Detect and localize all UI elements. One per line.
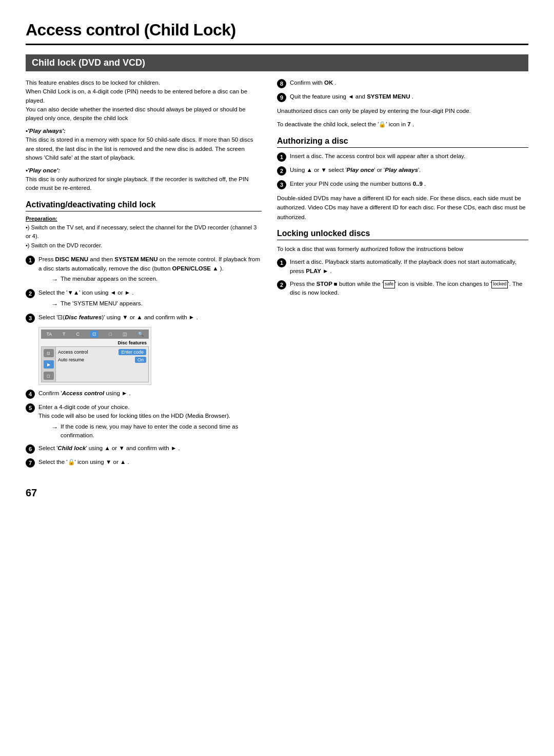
- lock-step-1-content: Insert a disc. Playback starts automatic…: [290, 258, 528, 276]
- step-5-num: 5: [26, 403, 35, 413]
- menu-icon-mag: 🔍: [138, 332, 144, 337]
- menu-disc-features-label: Disc features: [41, 340, 147, 345]
- menu-rows: Access control Enter code Auto resume On: [56, 347, 148, 382]
- step-5-arrow: → If the code is new, you may have to en…: [51, 422, 262, 440]
- step-5-content: Enter a 4-digit code of your choice. Thi…: [38, 403, 262, 440]
- locking-header: Locking unlocked discs: [277, 229, 528, 240]
- auth-step-2: 2 Using ▲ or ▼ select 'Play once' or 'Pl…: [277, 166, 528, 176]
- childlock-section-header: Child lock (DVD and VCD): [26, 54, 528, 71]
- step-1-arrow-text: The menubar appears on the screen.: [61, 275, 157, 283]
- prep-item-1: •) Switch on the TV set, and if necessar…: [26, 223, 262, 241]
- step-7-num: 7: [26, 458, 35, 468]
- step-3-content: Select '⊡(Disc features)' using ▼ or ▲ a…: [38, 313, 262, 322]
- auth-header: Authorizing a disc: [277, 137, 528, 148]
- step-4-num: 4: [26, 390, 35, 399]
- auth-step-3: 3 Enter your PIN code using the number b…: [277, 180, 528, 189]
- step-9-content: Quit the feature using ◄ and SYSTEM MENU…: [290, 92, 528, 101]
- menu-bar: TA T C ⊡ □ ◫ 🔍: [41, 329, 149, 339]
- menu-left-icon-1: ⊡: [44, 349, 54, 357]
- note-1: Unauthorized discs can only be played by…: [277, 106, 528, 115]
- menu-icon-sq2: ◫: [123, 332, 127, 337]
- step-8-content: Confirm with OK .: [290, 79, 528, 87]
- step-2-arrow-text: The 'SYSTEM MENU' appears.: [61, 299, 143, 308]
- step-2: 2 Select the '▼▲' icon using ◄ or ► . → …: [26, 288, 262, 309]
- page-title: Access control (Child Lock): [26, 21, 528, 40]
- locked-icon: locked: [491, 280, 508, 288]
- title-divider: [26, 44, 528, 45]
- auth-step-3-content: Enter your PIN code using the number but…: [290, 180, 528, 188]
- step-7: 7 Select the '🔒' icon using ▼ or ▲ .: [26, 458, 262, 468]
- menu-row1-right: Enter code: [118, 349, 146, 355]
- step-6: 6 Select 'Child lock' using ▲ or ▼ and c…: [26, 444, 262, 454]
- menu-left-icon-2: ▶: [44, 360, 54, 369]
- lock-step-1-num: 1: [277, 258, 286, 267]
- menu-row-2: Auto resume On: [58, 357, 146, 363]
- step-6-num: 6: [26, 444, 35, 454]
- step-9-num: 9: [277, 93, 286, 102]
- step-8-num: 8: [277, 79, 286, 88]
- play-always-body: This disc is stored in a memory with spa…: [26, 135, 262, 162]
- play-once-label: •'Play once':: [26, 167, 262, 173]
- step-8: 8 Confirm with OK .: [277, 79, 528, 88]
- intro-para-1: This feature enables discs to be locked …: [26, 79, 262, 123]
- menu-left-icon-3: ◻: [44, 372, 54, 380]
- prep-label: Preparation:: [26, 216, 262, 222]
- step-4-content: Confirm 'Access control using ► .: [38, 389, 262, 398]
- step-6-content: Select 'Child lock' using ▲ or ▼ and con…: [38, 444, 262, 453]
- menu-content: ⊡ ▶ ◻ Access control Enter code Auto res…: [41, 346, 149, 382]
- step-3: 3 Select '⊡(Disc features)' using ▼ or ▲…: [26, 313, 262, 323]
- step-2-num: 2: [26, 289, 35, 298]
- auth-step-1: 1 Insert a disc. The access control box …: [277, 152, 528, 162]
- auth-step-1-content: Insert a disc. The access control box wi…: [290, 152, 528, 161]
- arrow-icon-5: →: [51, 422, 58, 433]
- arrow-icon-1: →: [51, 275, 58, 285]
- menu-row2-right: On: [135, 357, 146, 363]
- step-2-arrow: → The 'SYSTEM MENU' appears.: [51, 299, 262, 309]
- step-4: 4 Confirm 'Access control using ► .: [26, 389, 262, 399]
- lock-step-2: 2 Press the STOP ■ button while the 'saf…: [277, 280, 528, 298]
- step-3-num: 3: [26, 314, 35, 323]
- left-column: This feature enables discs to be locked …: [26, 79, 262, 472]
- step-5-body: This code will also be used for locking …: [38, 413, 230, 419]
- activating-header: Activating/deactivating child lock: [26, 200, 262, 211]
- safe-icon: safe: [383, 280, 395, 288]
- auth-step-2-num: 2: [277, 166, 286, 176]
- lock-step-1: 1 Insert a disc. Playback starts automat…: [277, 258, 528, 276]
- menu-left-icons: ⊡ ▶ ◻: [42, 347, 56, 382]
- menu-icon-ta: TA: [46, 332, 52, 337]
- menu-icon-t: T: [63, 332, 66, 337]
- step-9: 9 Quit the feature using ◄ and SYSTEM ME…: [277, 92, 528, 102]
- auth-step-2-content: Using ▲ or ▼ select 'Play once' or 'Play…: [290, 166, 528, 175]
- play-once-body: This disc is only authorized for single …: [26, 175, 262, 193]
- menu-screenshot: TA T C ⊡ □ ◫ 🔍 Disc features ⊡ ▶ ◻: [38, 327, 151, 385]
- auth-step-1-num: 1: [277, 152, 286, 162]
- play-always-label-text: •'Play always':: [26, 128, 66, 134]
- prep-item-2: •) Switch on the DVD recorder.: [26, 241, 262, 250]
- menu-row1-left: Access control: [58, 350, 88, 355]
- intro-text-3: You can also decide whether the inserted…: [26, 106, 246, 121]
- menu-icon-c: C: [76, 332, 80, 337]
- play-once-label-text: •'Play once':: [26, 167, 60, 173]
- right-column: 8 Confirm with OK . 9 Quit the feature u…: [277, 79, 528, 472]
- main-content: This feature enables discs to be locked …: [26, 79, 528, 472]
- intro-text-1: This feature enables discs to be locked …: [26, 80, 160, 86]
- step-2-content: Select the '▼▲' icon using ◄ or ► . → Th…: [38, 288, 262, 309]
- step-7-content: Select the '🔒' icon using ▼ or ▲ .: [38, 458, 262, 467]
- step-5-arrow-text: If the code is new, you may have to ente…: [61, 422, 262, 440]
- step-1-arrow: → The menubar appears on the screen.: [51, 275, 262, 285]
- arrow-icon-2: →: [51, 299, 58, 309]
- note-2: To deactivate the child lock, select the…: [277, 120, 528, 129]
- page-number: 67: [26, 487, 528, 499]
- lock-step-2-num: 2: [277, 280, 286, 289]
- intro-text-2: When Child Lock is on, a 4-digit code (P…: [26, 88, 247, 103]
- step-1: 1 Press DISC MENU and then SYSTEM MENU o…: [26, 255, 262, 284]
- auth-note: Double-sided DVDs may have a different I…: [277, 193, 528, 222]
- menu-icon-sq1: □: [109, 332, 112, 337]
- menu-icon-disc: ⊡: [90, 331, 98, 338]
- play-always-label: •'Play always':: [26, 128, 262, 134]
- step-1-num: 1: [26, 256, 35, 265]
- step-1-content: Press DISC MENU and then SYSTEM MENU on …: [38, 255, 262, 284]
- disc-features-text: Disc features: [117, 340, 147, 345]
- menu-row2-left: Auto resume: [58, 357, 84, 362]
- play-once-section: •'Play once': This disc is only authoriz…: [26, 167, 262, 193]
